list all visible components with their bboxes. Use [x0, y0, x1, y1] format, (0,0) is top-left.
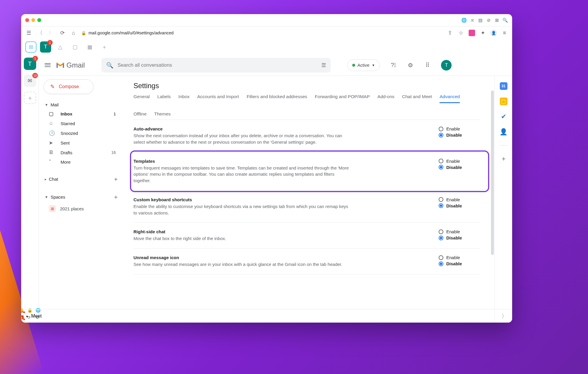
maximize-window[interactable] — [37, 18, 41, 22]
sidebar-section-chat[interactable]: ▸ Chat ＋ — [42, 173, 122, 185]
rail-add-account[interactable]: ＋ — [24, 92, 36, 104]
status-chip[interactable]: Active ▼ — [347, 59, 380, 71]
scrollbar[interactable] — [491, 90, 494, 255]
traffic-lights — [25, 18, 41, 22]
sidebar-section-mail[interactable]: ▼ Mail — [42, 100, 122, 109]
gmail-header: Gmail 🔍 ☰ Active ▼ ?⃝ ⚙ ⠿ T — [39, 55, 512, 76]
radio-disable[interactable]: Disable — [439, 133, 480, 137]
sidebar-item-sent[interactable]: ➤ Sent — [42, 138, 122, 148]
inbox-icon: ▢ — [49, 111, 55, 117]
setting-title: Templates — [133, 159, 421, 164]
url-text: mail.google.com/mail/u/0/#settings/advan… — [88, 31, 173, 35]
radio-disable[interactable]: Disable — [439, 165, 480, 170]
tab-inbox[interactable]: Inbox — [178, 94, 190, 103]
shuffle-icon[interactable]: ⤭ — [469, 17, 475, 23]
radio-disable[interactable]: Disable — [439, 261, 480, 266]
gmail-logo[interactable]: Gmail — [56, 61, 85, 69]
tab-accounts-and-import[interactable]: Accounts and Import — [197, 94, 239, 103]
tab-chat-and-meet[interactable]: Chat and Meet — [402, 94, 432, 103]
tab-contacts-icon[interactable]: ▢ — [69, 41, 81, 53]
gear-icon[interactable]: ⚙ — [407, 62, 414, 69]
sidebar-item-more[interactable]: ˅ More — [42, 157, 122, 167]
sidebar-space-item[interactable]: ⊞ 2021 places — [42, 203, 122, 214]
account-avatar[interactable]: T — [441, 60, 452, 71]
rail-account-outlook[interactable]: ✉ 10 — [24, 75, 36, 87]
radio-disable[interactable]: Disable — [439, 235, 480, 240]
compose-button[interactable]: ✎ Compose — [44, 79, 93, 94]
sidebar-item-snoozed[interactable]: 🕒 Snoozed — [42, 128, 122, 138]
main-menu-icon[interactable] — [44, 62, 51, 69]
setting-unread-message-icon: Unread message icon See how many unread … — [133, 249, 480, 274]
tab-filters-and-blocked-addresses[interactable]: Filters and blocked addresses — [247, 94, 307, 103]
calendar-icon[interactable]: 31 — [500, 82, 507, 90]
keep-icon[interactable]: ▢ — [500, 98, 507, 105]
search-icon[interactable]: 🔍 — [502, 17, 508, 23]
tab-strip: ⊞ T 1 △ ▢ ▦ ＋ — [21, 39, 512, 55]
radio-enable[interactable]: Enable — [439, 159, 480, 164]
tasks-icon[interactable]: ✔ — [500, 113, 507, 120]
apps-grid-icon[interactable]: ⠿ — [424, 62, 431, 69]
tab-add-ons[interactable]: Add-ons — [377, 94, 395, 103]
radio-enable[interactable]: Enable — [439, 229, 480, 234]
tab-offline[interactable]: Offline — [133, 111, 147, 120]
add-space-icon[interactable]: ＋ — [113, 193, 119, 201]
sidebar-item-starred[interactable]: ☆ Starred — [42, 119, 122, 128]
bookmark-icon[interactable]: ☆ — [457, 29, 465, 36]
extension-pink[interactable] — [469, 30, 475, 36]
page-title: Settings — [133, 82, 480, 90]
grid-icon[interactable]: ⊞ — [494, 17, 500, 23]
menu-icon[interactable]: ≡ — [501, 29, 508, 36]
sidebar-section-meet[interactable]: ▸ Meet 〉 — [39, 309, 125, 323]
search-options-icon[interactable]: ☰ — [321, 62, 326, 68]
tab-add[interactable]: ＋ — [99, 41, 110, 53]
tab-themes[interactable]: Themes — [154, 111, 171, 120]
globe-icon[interactable]: 🌐 — [461, 17, 467, 23]
add-panel-icon[interactable]: ＋ — [500, 155, 507, 162]
block-icon[interactable]: ⊘ — [486, 17, 492, 23]
rail-account-gmail[interactable]: T 1 — [24, 58, 36, 70]
sidebar-toggle-icon[interactable]: ☰ — [25, 29, 32, 36]
gmail-m-icon — [56, 62, 65, 69]
grid-apps-icon[interactable]: ⊞ — [25, 41, 36, 53]
radio-enable[interactable]: Enable — [439, 197, 480, 202]
gmail-sidebar: ✎ Compose ▼ Mail ▢ Inbox 1 — [39, 76, 125, 323]
sidebar-item-inbox[interactable]: ▢ Inbox 1 — [42, 109, 122, 119]
share-icon[interactable]: ⇧ — [446, 29, 453, 36]
back-button[interactable]: 〈 — [36, 29, 44, 36]
search-box[interactable]: 🔍 ☰ — [101, 58, 331, 73]
tab-gmail[interactable]: T 1 — [40, 41, 51, 53]
minimize-window[interactable] — [31, 18, 35, 22]
close-window[interactable] — [25, 18, 29, 22]
browser-window: 🌐 ⤭ ▤ ⊘ ⊞ 🔍 ☰ 〈 〉 ⟳ ⌂ 🔒 mail.google.com/… — [21, 14, 512, 323]
search-icon: 🔍 — [106, 62, 113, 69]
tab-general[interactable]: General — [133, 94, 150, 103]
tab-calendar-icon[interactable]: ▦ — [84, 41, 95, 53]
setting-right-side-chat: Right-side chat Move the chat box to the… — [133, 223, 480, 249]
setting-description: Turn frequent messages into templates to… — [133, 165, 351, 184]
setting-description: See how many unread messages are in your… — [133, 261, 351, 268]
extensions-icon[interactable]: ✦ — [479, 29, 486, 36]
sidebar-section-spaces[interactable]: ▼ Spaces ＋ — [42, 191, 122, 203]
help-icon[interactable]: ?⃝ — [390, 62, 397, 69]
settings-tabs: GeneralLabelsInboxAccounts and ImportFil… — [133, 94, 480, 120]
tab-forwarding-and-pop-imap[interactable]: Forwarding and POP/IMAP — [315, 94, 370, 103]
tab-drive-icon[interactable]: △ — [55, 41, 66, 53]
chevron-down-icon: ˅ — [49, 159, 55, 165]
add-chat-icon[interactable]: ＋ — [113, 175, 119, 183]
tab-labels[interactable]: Labels — [157, 94, 171, 103]
chevron-up-icon[interactable]: ˄ — [21, 301, 24, 306]
home-button[interactable]: ⌂ — [70, 29, 77, 36]
radio-enable[interactable]: Enable — [439, 126, 480, 131]
radio-disable[interactable]: Disable — [439, 203, 480, 208]
setting-templates: Templates Turn frequent messages into te… — [133, 152, 480, 191]
sidebar-item-drafts[interactable]: 🗎 Drafts 16 — [42, 148, 122, 157]
search-input[interactable] — [118, 62, 317, 68]
compose-label: Compose — [59, 84, 79, 89]
address-bar[interactable]: 🔒 mail.google.com/mail/u/0/#settings/adv… — [81, 31, 442, 35]
tab-advanced[interactable]: Advanced — [440, 94, 460, 103]
list-icon[interactable]: ▤ — [477, 17, 483, 23]
contacts-icon[interactable]: 👤 — [500, 128, 507, 136]
reload-button[interactable]: ⟳ — [59, 29, 66, 36]
radio-enable[interactable]: Enable — [439, 255, 480, 260]
profile-chip[interactable]: 👤 — [490, 30, 497, 36]
